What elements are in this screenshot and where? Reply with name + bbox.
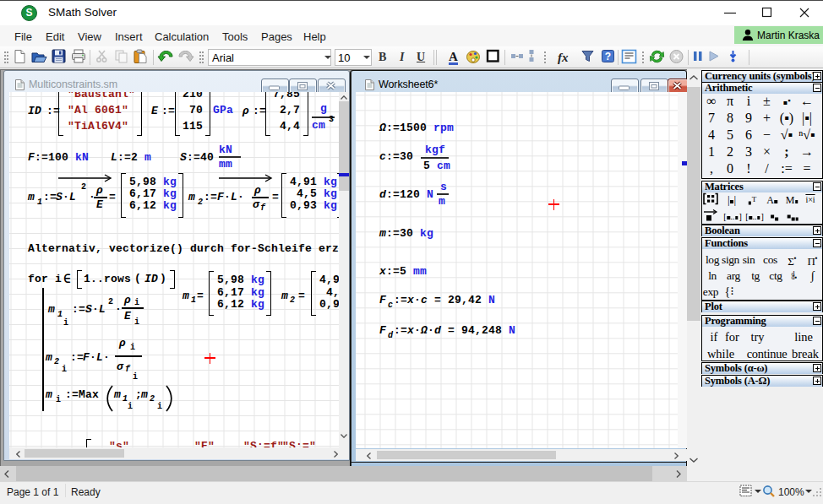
- svg-text:?: ?: [605, 51, 611, 62]
